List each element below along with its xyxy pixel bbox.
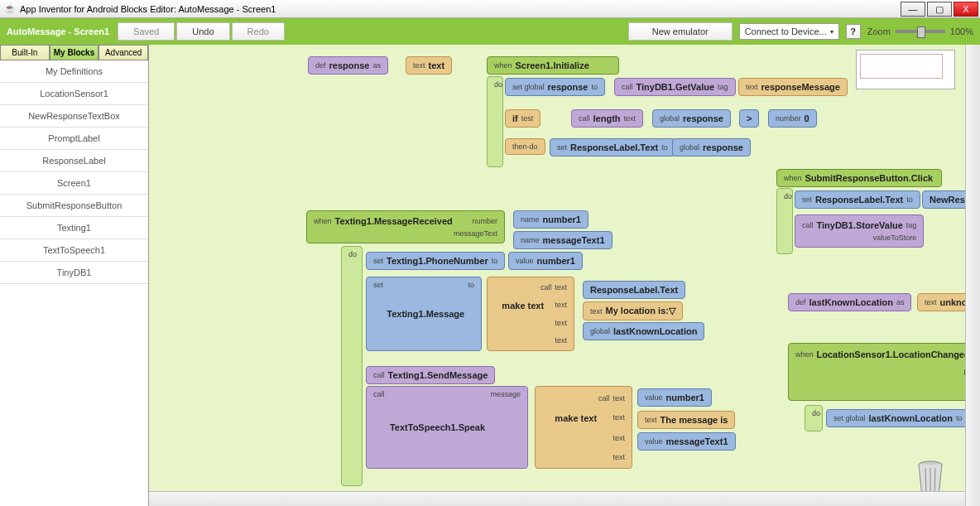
minimize-button[interactable]: —: [901, 2, 925, 17]
drawer-list: My Definitions LocationSensor1 NewRespon…: [0, 60, 148, 506]
block-call-tinydb-storevalue[interactable]: call TinyDB1.StoreValue tag valueToStore: [795, 214, 924, 248]
prop-name: ResponseLabel.Text: [815, 195, 903, 205]
prop-name: Texting1.Message: [387, 309, 464, 319]
tab-advanced[interactable]: Advanced: [98, 45, 148, 60]
op-gt: >: [747, 113, 752, 123]
event-name: Screen1.Initialize: [516, 60, 589, 70]
block-call-length[interactable]: call length text: [571, 109, 643, 128]
label-do: do: [784, 192, 792, 200]
block-text-responsemessage[interactable]: text responseMessage: [738, 78, 848, 96]
var-name: number1: [666, 393, 704, 402]
zoom-control: Zoom 100%: [867, 27, 973, 36]
drawer-submitresponsebutton[interactable]: SubmitResponseButton: [0, 195, 148, 217]
scrollbar-vertical[interactable]: [965, 45, 980, 506]
block-name-number1[interactable]: name number1: [513, 210, 588, 229]
toolbar: AutoMessage - Screen1 Saved Undo Redo Ne…: [0, 18, 980, 45]
block-set-responselabel-text-2[interactable]: set ResponseLabel.Text to: [795, 190, 920, 209]
drawer-promptlabel[interactable]: PromptLabel: [0, 128, 148, 150]
block-text-my-location[interactable]: text My location is:▽: [583, 301, 683, 320]
label-to: to: [661, 143, 668, 152]
block-do-texting[interactable]: do: [341, 246, 363, 486]
new-emulator-button[interactable]: New emulator: [628, 22, 733, 41]
block-if[interactable]: if test: [505, 109, 540, 128]
call-name: TextToSpeech1.Speak: [390, 422, 485, 432]
block-call-tts-speak[interactable]: call TextToSpeech1.Speak message: [366, 386, 528, 469]
block-when-submit-click[interactable]: when SubmitResponseButton.Click: [776, 169, 942, 187]
tab-myblocks[interactable]: My Blocks: [50, 45, 99, 60]
main-area: Built-In My Blocks Advanced My Definitio…: [0, 45, 980, 506]
label-text: text: [612, 413, 625, 423]
drawer-screen1[interactable]: Screen1: [0, 172, 148, 195]
prop-name: ResponseLabel.Text: [590, 285, 678, 295]
label-set-global: set global: [833, 414, 866, 422]
block-set-texting-phonenumber[interactable]: set Texting1.PhoneNumber to: [366, 252, 505, 270]
call-name: length: [593, 113, 621, 123]
label-set-global: set global: [512, 83, 545, 91]
label-then-do: then-do: [512, 142, 538, 151]
scrollbar-horizontal[interactable]: [149, 491, 965, 506]
block-def-response[interactable]: def response as: [308, 56, 388, 75]
drawer-texttospeech1[interactable]: TextToSpeech1: [0, 239, 148, 262]
block-call-tinydb-getvalue[interactable]: call TinyDB1.GetValue tag: [614, 78, 736, 96]
zoom-slider[interactable]: [896, 30, 945, 33]
block-then-do[interactable]: then-do: [505, 138, 545, 155]
drawer-locationsensor1[interactable]: LocationSensor1: [0, 83, 148, 105]
minimap[interactable]: [856, 50, 955, 89]
block-text-the-message-is[interactable]: text The message is: [637, 411, 735, 429]
block-when-screen-initialize[interactable]: when Screen1.Initialize: [487, 56, 619, 75]
block-number-0[interactable]: number 0: [768, 109, 817, 128]
var-name: response: [703, 142, 743, 152]
label-text: text: [612, 434, 625, 442]
label-do: do: [812, 409, 820, 417]
block-do[interactable]: do: [487, 76, 503, 167]
drawer-texting1[interactable]: Texting1: [0, 217, 148, 239]
tab-builtin[interactable]: Built-In: [0, 45, 50, 60]
java-icon: ☕: [3, 2, 17, 16]
call-name: TinyDB1.GetValue: [637, 82, 715, 92]
help-button[interactable]: ?: [846, 24, 861, 39]
blocks-canvas[interactable]: def response as text text when Screen1.I…: [149, 45, 980, 506]
block-when-locationchanged[interactable]: when LocationSensor1.LocationChanged lat…: [788, 343, 980, 401]
var-name: messageText1: [543, 235, 605, 245]
block-do-submit[interactable]: do: [776, 188, 793, 254]
connect-device-dropdown[interactable]: Connect to Device... ▾: [739, 23, 839, 40]
block-value-number1-2[interactable]: value number1: [637, 388, 712, 407]
drawer-responselabel[interactable]: ResponseLabel: [0, 150, 148, 172]
block-set-global-response[interactable]: set global response to: [505, 78, 605, 96]
block-global-response[interactable]: global response: [652, 109, 731, 128]
block-def-lastknownlocation[interactable]: def lastKnownLocation as: [788, 293, 911, 311]
block-responselabel-text-val-2[interactable]: ResponseLabel.Text: [583, 281, 685, 299]
maximize-button[interactable]: ▢: [927, 2, 952, 17]
block-set-responselabel-text[interactable]: set ResponseLabel.Text to: [550, 138, 675, 157]
block-value-number1[interactable]: value number1: [508, 252, 583, 270]
label-text: text: [555, 283, 567, 292]
block-make-text-2[interactable]: calltext make texttext text text: [535, 386, 632, 469]
block-make-text-1[interactable]: calltext make texttext text text: [487, 277, 574, 351]
var-name: lastKnownLocation: [613, 326, 697, 336]
text-value: The message is: [661, 415, 728, 425]
block-name-messagetext1[interactable]: name messageText1: [513, 231, 612, 249]
block-global-response-2[interactable]: global response: [672, 138, 751, 157]
block-when-texting-msgrecv[interactable]: when Texting1.MessageReceived number mes…: [306, 210, 505, 243]
undo-button[interactable]: Undo: [176, 22, 229, 41]
label-name: name: [521, 215, 540, 224]
close-button[interactable]: X: [954, 2, 978, 17]
saved-button[interactable]: Saved: [118, 22, 175, 41]
call-name: Texting1.SendMessage: [388, 370, 488, 380]
label-value: value: [645, 393, 663, 402]
redo-button[interactable]: Redo: [232, 22, 285, 41]
block-set-global-lastknownlocation[interactable]: set global lastKnownLocation to: [826, 409, 970, 427]
block-do-location[interactable]: do: [805, 405, 823, 431]
block-text-literal[interactable]: text text: [406, 56, 452, 75]
block-greater-than[interactable]: >: [739, 109, 759, 128]
drawer-newresponsetextbox[interactable]: NewResponseTextBox: [0, 105, 148, 128]
block-set-texting-message[interactable]: set Texting1.Message to: [366, 277, 482, 351]
block-call-texting-sendmessage[interactable]: call Texting1.SendMessage: [366, 366, 495, 384]
label-message: message: [490, 390, 521, 398]
block-global-lastknownlocation[interactable]: global lastKnownLocation: [583, 322, 704, 340]
block-value-messagetext1[interactable]: value messageText1: [637, 432, 736, 451]
label-def: def: [315, 61, 326, 70]
drawer-my-definitions[interactable]: My Definitions: [0, 60, 148, 83]
label-text: text: [555, 301, 567, 311]
drawer-tinydb1[interactable]: TinyDB1: [0, 262, 148, 284]
